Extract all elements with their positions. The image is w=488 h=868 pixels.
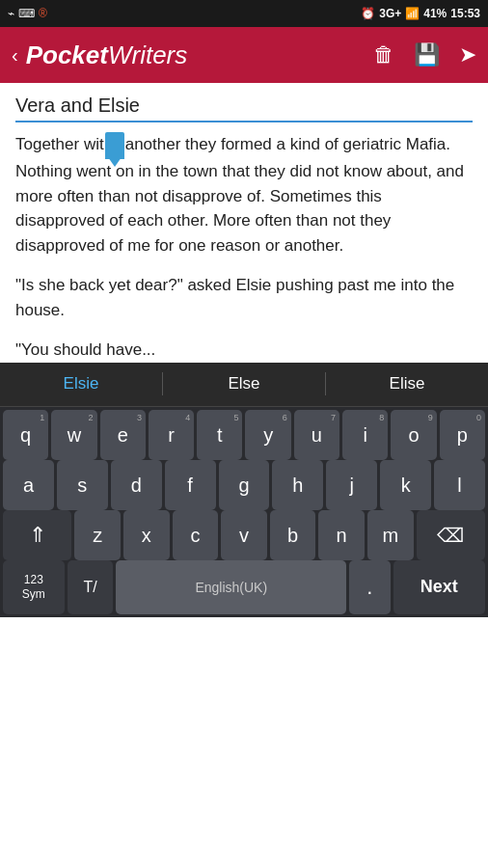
key-x[interactable]: x (123, 510, 170, 560)
key-f[interactable]: f (165, 460, 216, 510)
key-y[interactable]: 6y (245, 410, 290, 460)
paragraph-2: "Is she back yet dear?" asked Elsie push… (15, 273, 473, 322)
bottom-row: 123Sym T/ English(UK) . Next (0, 557, 488, 617)
key-q[interactable]: 1q (3, 410, 48, 460)
spacebar[interactable]: English(UK) (116, 560, 346, 614)
title-pocket: Pocket (26, 41, 108, 70)
key-m[interactable]: m (367, 510, 414, 560)
time-label: 15:53 (450, 7, 480, 20)
send-button[interactable]: ➤ (459, 42, 476, 68)
app-icon: ® (39, 7, 47, 20)
key-g[interactable]: g (219, 460, 270, 510)
key-d[interactable]: d (111, 460, 162, 510)
status-left: ⌁ ⌨ ® (8, 7, 47, 20)
key-j[interactable]: j (326, 460, 377, 510)
autocomplete-elise[interactable]: Elise (326, 366, 488, 401)
key-b[interactable]: b (270, 510, 316, 560)
editor-area[interactable]: Together witanother they formed a kind o… (0, 83, 488, 363)
next-key[interactable]: Next (393, 560, 485, 614)
battery-label: 41% (423, 7, 447, 20)
network-label: 3G+ (379, 7, 401, 20)
signal-icon: 📶 (405, 7, 420, 20)
alarm-icon: ⏰ (361, 7, 375, 20)
shift-row: ⇑ z x c v b n m ⌫ (0, 507, 488, 557)
key-u[interactable]: 7u (294, 410, 339, 460)
key-z[interactable]: z (74, 510, 121, 560)
shift-key[interactable]: ⇑ (3, 510, 71, 560)
backspace-key[interactable]: ⌫ (417, 510, 485, 560)
header-icons: 🗑 💾 ➤ (373, 42, 476, 68)
paragraph-3-partial: "You should have... (15, 338, 473, 363)
autocomplete-elsie[interactable]: Elsie (0, 366, 162, 401)
key-n[interactable]: n (318, 510, 365, 560)
autocomplete-else[interactable]: Else (163, 366, 325, 401)
period-key[interactable]: . (349, 560, 390, 614)
key-o[interactable]: 9o (391, 410, 436, 460)
usb-icon: ⌁ (8, 7, 14, 20)
key-k[interactable]: k (380, 460, 431, 510)
key-r[interactable]: 4r (149, 410, 194, 460)
key-v[interactable]: v (221, 510, 267, 560)
status-right: ⏰ 3G+ 📶 41% 15:53 (361, 7, 480, 20)
text-cursor (105, 132, 124, 159)
keyboard: 1q 2w 3e 4r 5t 6y 7u 8i 9o 0p a s d f g … (0, 407, 488, 617)
app-title: Pocket Writers (26, 41, 188, 70)
sym-key[interactable]: 123Sym (3, 560, 65, 614)
key-w[interactable]: 2w (51, 410, 96, 460)
autocomplete-bar: Elsie Else Elise (0, 363, 488, 407)
key-l[interactable]: l (434, 460, 485, 510)
trash-button[interactable]: 🗑 (373, 42, 394, 68)
key-e[interactable]: 3e (100, 410, 146, 460)
key-p[interactable]: 0p (440, 410, 485, 460)
key-i[interactable]: 8i (342, 410, 388, 460)
content-area[interactable]: Together witanother they formed a kind o… (15, 132, 473, 363)
back-button[interactable]: ‹ (12, 44, 18, 67)
paragraph-1: Together witanother they formed a kind o… (15, 132, 473, 258)
keyboard-icon: ⌨ (18, 7, 35, 20)
save-button[interactable]: 💾 (414, 42, 440, 68)
app-header: ‹ Pocket Writers 🗑 💾 ➤ (0, 27, 488, 83)
key-h[interactable]: h (272, 460, 323, 510)
key-t[interactable]: 5t (197, 410, 242, 460)
key-c[interactable]: c (173, 510, 219, 560)
qwerty-row: 1q 2w 3e 4r 5t 6y 7u 8i 9o 0p (0, 407, 488, 457)
status-bar: ⌁ ⌨ ® ⏰ 3G+ 📶 41% 15:53 (0, 0, 488, 27)
title-writers: Writers (108, 41, 187, 70)
t-format-key[interactable]: T/ (68, 560, 114, 614)
document-title-input[interactable] (15, 95, 473, 122)
asdf-row: a s d f g h j k l (0, 457, 488, 507)
key-a[interactable]: a (3, 460, 54, 510)
key-s[interactable]: s (57, 460, 108, 510)
